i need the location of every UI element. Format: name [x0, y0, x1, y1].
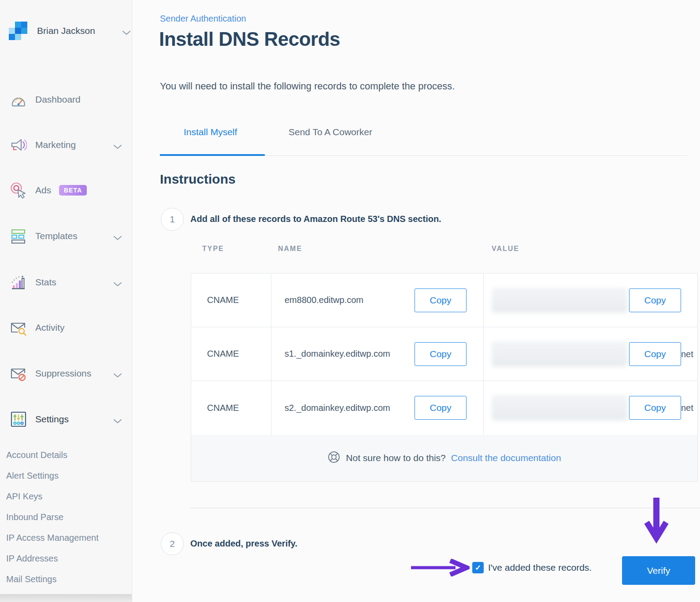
suppressions-icon [10, 365, 27, 382]
record-type: CNAME [191, 381, 271, 435]
active-tab-underline [160, 154, 265, 156]
settings-icon [10, 410, 27, 428]
sidebar-item-label: Settings [35, 414, 69, 425]
copy-name-button[interactable]: Copy [415, 342, 467, 366]
tab-install-myself[interactable]: Install Myself [184, 127, 237, 137]
column-header-value: VALUE [492, 245, 519, 253]
instructions-heading: Instructions [160, 172, 236, 187]
record-type: CNAME [191, 273, 271, 327]
record-value-cell: Copy net [484, 381, 697, 435]
sidebar-item-label: Templates [35, 231, 78, 241]
section-divider [191, 508, 700, 508]
sidebar-item-activity[interactable]: Activity [0, 317, 132, 338]
chevron-down-icon [122, 29, 130, 33]
step-number-text: 2 [170, 539, 175, 549]
ads-icon [10, 181, 27, 199]
record-name-cell: s1._domainkey.editwp.com Copy [271, 327, 484, 381]
record-name-cell: s2._domainkey.editwp.com Copy [271, 381, 484, 435]
column-header-name: NAME [278, 245, 302, 253]
step-1-number: 1 [161, 208, 184, 231]
submenu-item-inbound-parse[interactable]: Inbound Parse [6, 507, 99, 528]
submenu-item-api-keys[interactable]: API Keys [6, 486, 99, 507]
chevron-down-icon [114, 417, 122, 422]
record-name: em8800.editwp.com [285, 295, 363, 305]
chevron-down-icon [114, 281, 122, 285]
chevron-down-icon [114, 143, 122, 148]
page-title: Install DNS Records [159, 28, 340, 50]
chevron-down-icon [114, 234, 122, 239]
sidebar-item-label: Suppressions [35, 368, 91, 379]
submenu-item-ip-access-management[interactable]: IP Access Management [6, 528, 99, 548]
consult-documentation-link[interactable]: Consult the documentation [451, 453, 561, 463]
value-suffix: net [681, 403, 693, 413]
sidebar-item-dashboard[interactable]: Dashboard [0, 89, 132, 110]
redacted-value [492, 288, 627, 313]
redacted-value [492, 341, 627, 367]
record-value-cell: Copy [484, 273, 697, 327]
copy-value-button[interactable]: Copy [629, 342, 681, 366]
help-question: Not sure how to do this? [346, 453, 445, 463]
copy-value-button[interactable]: Copy [629, 288, 681, 312]
templates-icon [10, 227, 27, 245]
dashboard-icon [10, 91, 27, 108]
sidebar-item-suppressions[interactable]: Suppressions [0, 363, 132, 384]
activity-icon [10, 319, 27, 336]
redacted-value [492, 395, 627, 421]
main-content: Sender Authentication Install DNS Record… [133, 0, 700, 602]
chevron-down-icon [114, 372, 122, 376]
step-1-text: Add all of these records to Amazon Route… [190, 214, 441, 224]
sidebar: Brian Jackson Dashboard [0, 0, 132, 602]
records-added-label: I've added these records. [488, 562, 592, 573]
account-switcher[interactable]: Brian Jackson [9, 20, 123, 41]
step-2-number: 2 [161, 532, 184, 555]
life-buoy-icon [327, 451, 341, 465]
sidebar-item-stats[interactable]: Stats [0, 272, 132, 293]
copy-name-button[interactable]: Copy [415, 396, 467, 420]
verify-button[interactable]: Verify [622, 556, 695, 585]
record-name: s2._domainkey.editwp.com [285, 403, 390, 413]
column-header-type: TYPE [202, 245, 224, 253]
copy-name-button[interactable]: Copy [415, 288, 467, 312]
sidebar-item-settings[interactable]: Settings [0, 409, 132, 430]
sidebar-item-ads[interactable]: Ads BETA [0, 180, 132, 201]
sidebar-item-label: Dashboard [35, 94, 81, 105]
record-value-cell: Copy net [484, 327, 697, 381]
sidebar-item-templates[interactable]: Templates [0, 225, 132, 247]
submenu-item-mail-settings[interactable]: Mail Settings [6, 569, 99, 590]
sidebar-item-marketing[interactable]: Marketing [0, 134, 132, 155]
record-type: CNAME [191, 327, 271, 381]
submenu-item-ip-addresses[interactable]: IP Addresses [6, 548, 99, 569]
account-name: Brian Jackson [37, 26, 95, 36]
checkmark-icon: ✓ [475, 564, 481, 572]
sidebar-item-label: Stats [35, 277, 56, 288]
submenu-item-account-details[interactable]: Account Details [6, 445, 99, 465]
copy-value-button[interactable]: Copy [629, 396, 681, 420]
records-added-checkbox[interactable]: ✓ [472, 562, 484, 573]
submenu-item-partially-visible[interactable] [0, 594, 132, 602]
app-window: Brian Jackson Dashboard [0, 0, 700, 602]
annotation-arrow-down-icon [644, 498, 669, 554]
sidebar-item-label: Ads [35, 185, 51, 196]
breadcrumb-sender-authentication[interactable]: Sender Authentication [160, 14, 246, 24]
settings-submenu: Account Details Alert Settings API Keys … [6, 445, 99, 590]
step-2-text: Once added, press Verify. [190, 539, 297, 549]
annotation-arrow-right-icon [410, 559, 470, 578]
record-name: s1._domainkey.editwp.com [285, 349, 390, 359]
step-number-text: 1 [170, 214, 175, 225]
stats-icon [10, 273, 27, 291]
tab-send-to-a-coworker[interactable]: Send To A Coworker [289, 127, 372, 137]
marketing-icon [10, 136, 27, 154]
record-name-cell: em8800.editwp.com Copy [271, 273, 484, 327]
dns-records-table: CNAME em8800.editwp.com Copy Copy CNAME … [191, 273, 698, 482]
value-suffix: net [681, 349, 693, 359]
sendgrid-logo [9, 22, 27, 40]
intro-text: You will need to install the following r… [160, 81, 455, 92]
submenu-item-alert-settings[interactable]: Alert Settings [6, 465, 99, 486]
sidebar-item-label: Marketing [35, 140, 76, 150]
beta-badge: BETA [59, 185, 87, 196]
table-help-footer: Not sure how to do this? Consult the doc… [191, 435, 697, 481]
sidebar-item-label: Activity [35, 322, 65, 333]
